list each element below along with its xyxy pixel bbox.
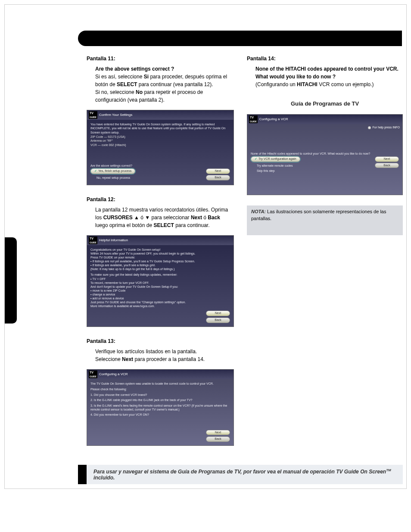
tvguide-logo-icon: TVGUIDE (89, 370, 97, 378)
pantalla14-title: Pantalla 14: (247, 55, 403, 62)
button-stack: Next Back (206, 430, 230, 442)
screenshot-config-vcr-1: TVGUIDE Configuring a VCR The TV Guide O… (87, 369, 234, 446)
pantalla13-line2: Seleccione Next para proceder a la panta… (95, 355, 234, 363)
text: Si es así, seleccione (95, 74, 142, 80)
option-row: ✓ Try VCR configuration again Next (251, 156, 399, 162)
text-si: Si (144, 74, 149, 80)
pantalla13-title: Pantalla 13: (87, 337, 234, 345)
left-column: Pantalla 11: Are the above settings corr… (87, 52, 234, 456)
pantalla14-question: None of the HITACHI codes appeared to co… (255, 65, 403, 81)
info-text: None of the Hitachi codes appeared to co… (251, 152, 399, 156)
note-title: NOTA: (251, 209, 266, 214)
right-column: Pantalla 14: None of the HITACHI codes a… (247, 52, 403, 456)
screenshot-body: You have entered the following TV Guide … (87, 120, 234, 184)
tvguide-logo-icon: TVGUIDE (89, 236, 97, 244)
screenshot-header: TVGUIDE Helpful Information (87, 236, 234, 245)
next-button[interactable]: Next (206, 430, 230, 436)
text: para proceder a la pantalla 14. (134, 356, 205, 362)
text-no: No (136, 89, 143, 95)
pantalla11-title: Pantalla 11: (87, 55, 234, 62)
guia-section-title: Guía de Programas de TV (247, 100, 403, 108)
next-button[interactable]: Next (375, 156, 399, 162)
text-next: Next (191, 215, 202, 221)
pantalla11-line1: Si es así, seleccione Si para proceder, … (95, 73, 234, 88)
info-text: Within 24 hours after your TV is powered… (90, 252, 230, 255)
text: Si no, seleccione (95, 89, 134, 95)
next-button[interactable]: Next (206, 168, 230, 174)
text: luego oprima el botón de (95, 222, 152, 228)
back-button[interactable]: Back (206, 175, 230, 180)
option-try-again[interactable]: ✓ Try VCR configuration again (251, 156, 300, 162)
note-box: NOTA: Las ilustraciones son solamente re… (247, 205, 403, 235)
info-text: Press TV GUIDE on your remote: (90, 255, 230, 259)
back-button[interactable]: Back (375, 163, 399, 168)
text: para continuar (vea pantalla 12). (139, 81, 213, 87)
pantalla13-line1: Verifique los artículos listados en la p… (95, 348, 234, 355)
side-black-tab (5, 237, 17, 324)
text: (Configurando un (255, 81, 296, 87)
text-select: SELECT (117, 81, 137, 87)
header-text: Helpful Information (99, 238, 128, 243)
header-text: Configuring a VCR (259, 117, 288, 121)
info-text: More information is available at www.tvg… (90, 304, 230, 308)
question-text: Are the above settings correct? (90, 164, 230, 168)
screenshot-confirm-settings: TVGUIDE Confirm Your Settings You have e… (87, 110, 234, 185)
tvguide-logo-icon: TVGUIDE (89, 111, 97, 119)
screenshot-helpful-info: TVGUIDE Helpful Information Congratulati… (87, 235, 234, 327)
info-bullet: • If listings are not yet available, you… (90, 259, 230, 263)
check-icon: ✓ (94, 169, 97, 173)
option-yes[interactable]: ✓ Yes, finish setup process (90, 168, 135, 174)
check-item: 1. Did you choose the correct VCR brand? (90, 393, 230, 397)
back-button[interactable]: Back (206, 317, 230, 323)
option-label: Try VCR configuration again (258, 157, 296, 161)
down-arrow-icon: ▼ (145, 215, 150, 221)
help-hint: For help press INFO (368, 126, 400, 130)
check-item: 3. Is the G-LINK wand's lens facing the … (90, 404, 230, 411)
screenshot-header: TVGUIDE Confirm Your Settings (87, 110, 234, 120)
check-item: 4. Did you remember to turn your VCR ON? (90, 413, 230, 417)
text-select: SELECT (153, 222, 174, 228)
text: Seleccione (95, 356, 121, 362)
check-icon: ✓ (255, 157, 257, 161)
text-back: Back (208, 215, 220, 221)
text: ó (140, 215, 143, 221)
trademark-icon: TM (386, 468, 391, 472)
next-button[interactable]: Next (206, 311, 230, 316)
screenshot-body: For help press INFO None of the Hitachi … (247, 124, 402, 195)
pantalla11-line2: Si no, seleccione No para repetir el pro… (95, 88, 234, 104)
text-next: Next (122, 356, 133, 362)
text-cursores: CURSORES ▲ (103, 215, 139, 221)
header-text: Confirm Your Settings (99, 113, 132, 117)
help-text: For help press INFO (373, 126, 400, 129)
info-text: To make sure you get the latest daily li… (90, 273, 230, 277)
note-body: Las ilustraciones son solamente represen… (251, 209, 386, 221)
footer-note: Para usar y navegar el sistema de Guía d… (78, 465, 403, 484)
setting-row: VCR — code 002 (Hitachi) (90, 143, 230, 147)
text: para continuar. (175, 222, 209, 228)
header-text: Configuring a VCR (99, 372, 128, 376)
setting-row: Antenna on "RF" (90, 139, 230, 143)
header-black-bar (78, 31, 402, 46)
screenshot-body: The TV Guide On Screen system was unable… (87, 379, 234, 445)
info-bullet: • change a service (90, 292, 230, 296)
button-stack: Next Back (90, 311, 230, 323)
check-item: 2. Is the G-LINK cable plugged into the … (90, 398, 230, 402)
text: VCR como un ejemplo.) (319, 81, 374, 87)
info-dot-icon (368, 126, 371, 129)
option-row: Try alternate remote codes Back (251, 163, 399, 168)
option-row: No, repeat setup process Back (90, 175, 230, 180)
footer-text: incluido. (93, 475, 115, 481)
info-text: And don't forget to update your TV Guide… (90, 285, 230, 289)
info-text: The TV Guide On Screen system was unable… (90, 382, 230, 386)
text: botón de (95, 81, 115, 87)
screenshot-header: TVGUIDE Configuring a VCR (247, 115, 402, 124)
info-text: To record, remember to turn your VCR OFF… (90, 281, 230, 285)
info-bullet: • move to a new ZIP Code (90, 289, 230, 292)
pantalla14-line1: (Configurando un HITACHI VCR como un eje… (255, 81, 403, 88)
screenshot-config-vcr-2: TVGUIDE Configuring a VCR For help press… (247, 114, 403, 195)
back-button[interactable]: Back (206, 436, 230, 442)
page: Pantalla 11: Are the above settings corr… (4, 4, 407, 489)
option-alternate[interactable]: Try alternate remote codes (251, 164, 293, 168)
option-no[interactable]: No, repeat setup process (90, 176, 130, 180)
option-skip[interactable]: Skip this step (251, 169, 399, 173)
